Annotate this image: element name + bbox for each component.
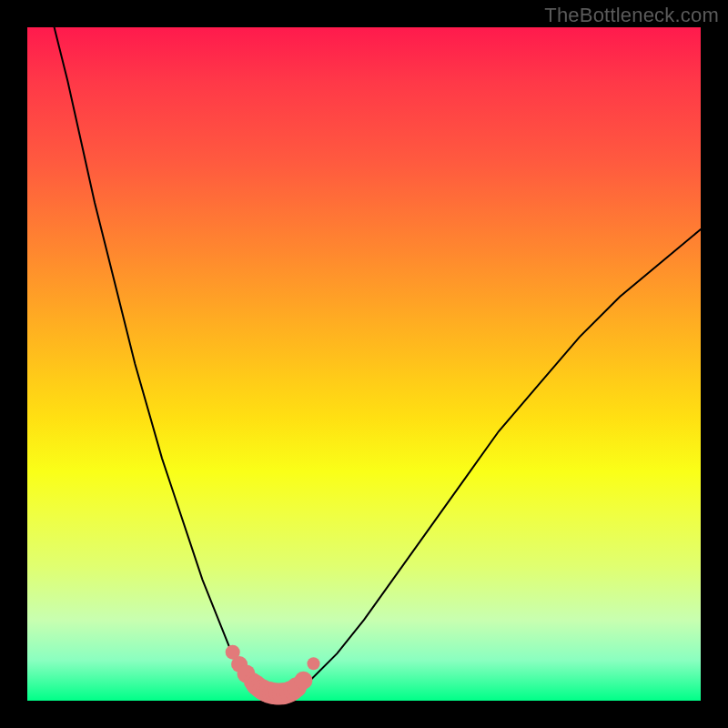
chart-svg	[27, 27, 701, 701]
watermark-text: TheBottleneck.com	[544, 4, 719, 27]
curve-line	[55, 27, 701, 694]
outer-frame: TheBottleneck.com	[0, 0, 728, 728]
plot-area	[27, 27, 701, 701]
marker-dot	[294, 672, 312, 690]
bottleneck-curve-path	[55, 27, 701, 694]
marker-series	[226, 645, 320, 705]
marker-dot	[308, 657, 320, 670]
